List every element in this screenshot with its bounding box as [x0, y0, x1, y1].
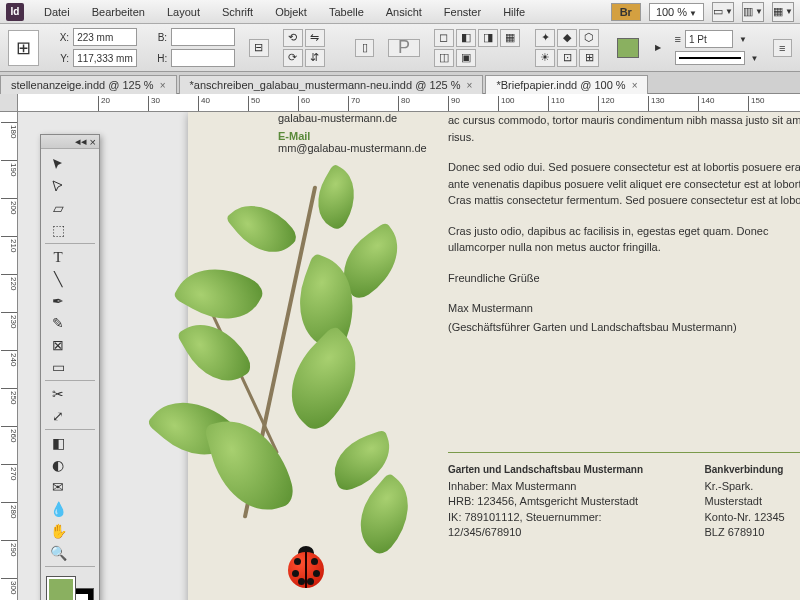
tab-1[interactable]: *anschreiben_galabau_mustermann-neu.indd…: [179, 75, 484, 94]
type-tool[interactable]: T: [45, 246, 71, 268]
workspace-button[interactable]: ▦▼: [772, 2, 794, 22]
signature-name: Max Mustermann: [448, 300, 800, 317]
paragraph-icon[interactable]: P: [388, 39, 419, 57]
y-label: Y:: [53, 53, 69, 64]
stroke-style[interactable]: [675, 51, 745, 65]
direct-selection-tool[interactable]: [45, 175, 71, 197]
menu-tabelle[interactable]: Tabelle: [319, 3, 374, 21]
vertical-ruler[interactable]: 1801902002102202302402502602702802903003…: [0, 112, 18, 600]
menu-datei[interactable]: Datei: [34, 3, 80, 21]
arrange-button[interactable]: ▥▼: [742, 2, 764, 22]
constrain-icon[interactable]: ⊟: [249, 39, 269, 57]
flip-h-icon[interactable]: ⇋: [305, 29, 325, 47]
options-icon[interactable]: ≡: [773, 39, 793, 57]
container-icon[interactable]: ▯: [355, 39, 375, 57]
x-label: X:: [53, 32, 69, 43]
page[interactable]: galabau-mustermann.de E-Mail mm@galabau-…: [188, 112, 800, 600]
reference-point-icon[interactable]: ⊞: [8, 30, 39, 66]
control-bar: ⊞ X: Y: B: H: ⊟ ⟲ ⇋ ⟳ ⇵ ▯ P ◻ ◧ ◨ ▦ ◫ ▣ …: [0, 24, 800, 72]
tools-panel[interactable]: ◂◂× ▱ ⬚ T ╲ ✒ ✎ ⊠ ▭ ✂ ⤢ ◧ ◐ ✉ 💧: [40, 134, 100, 600]
paragraph: Cras justo odio, dapibus ac facilisis in…: [448, 223, 800, 256]
eyedropper-tool[interactable]: 💧: [45, 498, 71, 520]
tab-0[interactable]: stellenanzeige.indd @ 125 %×: [0, 75, 177, 94]
fill-swatch[interactable]: [617, 38, 638, 58]
horizontal-ruler[interactable]: 2030405060708090100110120130140150: [18, 94, 800, 112]
pen-tool[interactable]: ✒: [45, 290, 71, 312]
menu-schrift[interactable]: Schrift: [212, 3, 263, 21]
screen-mode-button[interactable]: ▭▼: [712, 2, 734, 22]
page-tool[interactable]: ▱: [45, 197, 71, 219]
free-transform-tool[interactable]: ⤢: [45, 405, 71, 427]
menu-layout[interactable]: Layout: [157, 3, 210, 21]
menu-bar: Id Datei Bearbeiten Layout Schrift Objek…: [0, 0, 800, 24]
leaves-graphic: [158, 142, 438, 562]
menu-ansicht[interactable]: Ansicht: [376, 3, 432, 21]
pencil-tool[interactable]: ✎: [45, 312, 71, 334]
email-label: E-Mail: [278, 130, 438, 142]
document-tabs: stellenanzeige.indd @ 125 %× *anschreibe…: [0, 72, 800, 94]
rotate-icon[interactable]: ⟲: [283, 29, 303, 47]
closing: Freundliche Grüße: [448, 270, 800, 287]
website-text: galabau-mustermann.de: [278, 112, 438, 124]
zoom-level[interactable]: 100 %▼: [649, 3, 704, 21]
rotate2-icon[interactable]: ⟳: [283, 49, 303, 67]
contact-block: galabau-mustermann.de E-Mail mm@galabau-…: [278, 112, 438, 154]
align-cluster: ◻ ◧ ◨ ▦ ◫ ▣: [434, 29, 521, 67]
fx2-icon[interactable]: ◆: [557, 29, 577, 47]
footer-col: Garten und Landschaftsbau Mustermann Inh…: [448, 463, 675, 541]
app-icon: Id: [6, 3, 24, 21]
fx4-icon[interactable]: ☀: [535, 49, 555, 67]
wrap3-icon[interactable]: ◨: [478, 29, 498, 47]
selection-tool[interactable]: [45, 153, 71, 175]
color-well[interactable]: [47, 577, 93, 600]
wrap1-icon[interactable]: ◻: [434, 29, 454, 47]
y-input[interactable]: [73, 49, 137, 67]
wrap4-icon[interactable]: ▦: [500, 29, 520, 47]
canvas[interactable]: galabau-mustermann.de E-Mail mm@galabau-…: [18, 112, 800, 600]
ruler-origin[interactable]: [0, 94, 18, 112]
bridge-button[interactable]: Br: [611, 3, 641, 21]
fx3-icon[interactable]: ⬡: [579, 29, 599, 47]
flip-v-icon[interactable]: ⇵: [305, 49, 325, 67]
hand-tool[interactable]: ✋: [45, 520, 71, 542]
fx5-icon[interactable]: ⊡: [557, 49, 577, 67]
wrap2-icon[interactable]: ◧: [456, 29, 476, 47]
w-input[interactable]: [171, 28, 235, 46]
panel-header[interactable]: ◂◂×: [41, 135, 99, 149]
wrap6-icon[interactable]: ▣: [456, 49, 476, 67]
letter-footer: Garten und Landschaftsbau Mustermann Inh…: [448, 452, 800, 541]
fx6-icon[interactable]: ⊞: [579, 49, 599, 67]
gap-tool[interactable]: ⬚: [45, 219, 71, 241]
email-text: mm@galabau-mustermann.de: [278, 142, 438, 154]
close-icon[interactable]: ×: [90, 136, 96, 148]
menu-hilfe[interactable]: Hilfe: [493, 3, 535, 21]
scissors-tool[interactable]: ✂: [45, 383, 71, 405]
note-tool[interactable]: ✉: [45, 476, 71, 498]
close-icon[interactable]: ×: [632, 80, 638, 91]
menu-objekt[interactable]: Objekt: [265, 3, 317, 21]
menu-bearbeiten[interactable]: Bearbeiten: [82, 3, 155, 21]
rectangle-frame-tool[interactable]: ⊠: [45, 334, 71, 356]
tab-2[interactable]: *Briefpapier.indd @ 100 %×: [485, 75, 648, 94]
footer-col: Bankverbindung Kr.-Spark. Musterstadt Ko…: [705, 463, 800, 541]
line-tool[interactable]: ╲: [45, 268, 71, 290]
letter-body: ac cursus commodo, tortor mauris condime…: [448, 112, 800, 349]
collapse-icon[interactable]: ◂◂: [75, 135, 87, 148]
x-input[interactable]: [73, 28, 137, 46]
swatch-arrow-icon[interactable]: ▶: [655, 43, 661, 52]
workspace: 2030405060708090100110120130140150 18019…: [0, 94, 800, 600]
fx1-icon[interactable]: ✦: [535, 29, 555, 47]
h-input[interactable]: [171, 49, 235, 67]
signature-role: (Geschäftsführer Garten und Landschaftsb…: [448, 319, 800, 336]
close-icon[interactable]: ×: [467, 80, 473, 91]
close-icon[interactable]: ×: [160, 80, 166, 91]
menu-fenster[interactable]: Fenster: [434, 3, 491, 21]
h-label: H:: [151, 53, 167, 64]
wrap5-icon[interactable]: ◫: [434, 49, 454, 67]
fill-color[interactable]: [47, 577, 75, 600]
zoom-tool[interactable]: 🔍: [45, 542, 71, 564]
gradient-swatch-tool[interactable]: ◧: [45, 432, 71, 454]
stroke-input[interactable]: [685, 30, 733, 48]
gradient-feather-tool[interactable]: ◐: [45, 454, 71, 476]
rectangle-tool[interactable]: ▭: [45, 356, 71, 378]
